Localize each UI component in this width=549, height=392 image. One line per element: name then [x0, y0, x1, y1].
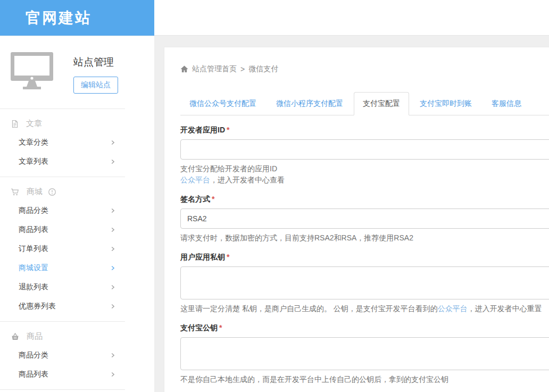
sidebar-item-label: 文章分类	[19, 138, 48, 147]
chevron-right-icon	[110, 139, 116, 146]
sidebar-item-label: 商城设置	[19, 263, 48, 273]
sidebar-item-label: 商品分类	[19, 206, 48, 215]
sidebar-item-refund-list[interactable]: 退款列表	[0, 278, 154, 297]
sidebar-item-article-list[interactable]: 文章列表	[0, 152, 154, 171]
tab-bar: 微信公众号支付配置微信小程序支付配置支付宝配置支付宝即时到账客服信息	[180, 92, 549, 115]
help-text: 支付宝分配给开发者的应用ID	[180, 164, 277, 173]
field-label-developer-app-id: 开发者应用ID*	[180, 126, 549, 135]
sidebar-item-goods-list[interactable]: 商品列表	[0, 365, 154, 384]
help-line: 公众平台，进入开发者中心查看	[180, 174, 549, 186]
sidebar-section-mall: 商城	[0, 182, 154, 201]
user-private-key-textarea[interactable]	[180, 266, 549, 299]
sidebar-item-label: 商品分类	[19, 351, 48, 360]
breadcrumb-current: 微信支付	[248, 64, 278, 74]
sidebar-section-goods: 商品	[0, 327, 154, 346]
chevron-right-icon	[110, 159, 116, 165]
sidebar-divider	[0, 177, 125, 177]
field-help-alipay-public-key: 不是你自己本地生成的，而是在开发平台中上传自己的公钥后，拿到的支付宝公钥	[180, 374, 549, 385]
tab-customer-service-info[interactable]: 客服信息	[483, 92, 530, 115]
field-label-sign-type: 签名方式*	[180, 195, 549, 204]
sidebar-item-product-list[interactable]: 商品列表	[0, 220, 154, 239]
sidebar-item-label: 退款列表	[19, 282, 48, 292]
help-text: ，进入开发者中心重置	[468, 304, 542, 313]
sidebar-item-label: 优惠券列表	[19, 302, 56, 311]
sidebar: 站点管理 编辑站点 文章文章分类文章列表商城商品分类商品列表订单列表商城设置退款…	[0, 36, 154, 392]
help-text: 不是你自己本地生成的，而是在开发平台中上传自己的公钥后，拿到的支付宝公钥	[180, 375, 448, 383]
home-icon	[180, 65, 188, 73]
sidebar-item-label: 商品列表	[19, 225, 48, 235]
required-mark: *	[227, 126, 229, 134]
field-help-user-private-key: 这里请一定分清楚 私钥，是商户自己生成的。 公钥，是支付宝开发平台看到的公众平台…	[180, 303, 549, 314]
chevron-right-icon	[110, 303, 116, 310]
monitor-icon	[10, 51, 54, 94]
help-line: 请求支付时，数据加密的方式，目前支持RSA2和RSA，推荐使用RSA2	[180, 232, 549, 244]
form-group-user-private-key: 用户应用私钥*这里请一定分清楚 私钥，是商户自己生成的。 公钥，是支付宝开发平台…	[180, 253, 549, 314]
sidebar-menu: 文章文章分类文章列表商城商品分类商品列表订单列表商城设置退款列表优惠券列表商品商…	[0, 109, 154, 392]
file-icon	[11, 120, 19, 128]
help-text: 这里请一定分清楚 私钥，是商户自己生成的。 公钥，是支付宝开发平台看到的	[180, 304, 438, 313]
field-help-sign-type: 请求支付时，数据加密的方式，目前支持RSA2和RSA，推荐使用RSA2	[180, 232, 549, 244]
help-link[interactable]: 公众平台	[438, 304, 468, 313]
required-mark: *	[219, 323, 222, 332]
breadcrumb-home-link[interactable]: 站点管理首页	[192, 64, 237, 74]
sign-type-input[interactable]	[180, 208, 549, 229]
sidebar-item-article-category[interactable]: 文章分类	[0, 133, 154, 152]
chevron-right-icon	[110, 284, 116, 290]
sidebar-item-order-list[interactable]: 订单列表	[0, 239, 154, 258]
chevron-right-icon	[110, 265, 116, 271]
sidebar-item-goods-category[interactable]: 商品分类	[0, 346, 154, 365]
tab-wechat-official-pay-config[interactable]: 微信公众号支付配置	[180, 92, 265, 115]
main-content-card: 站点管理首页 > 微信支付 微信公众号支付配置微信小程序支付配置支付宝配置支付宝…	[164, 47, 549, 392]
help-text: ，进入开发者中心查看	[210, 176, 285, 184]
breadcrumb: 站点管理首页 > 微信支付	[180, 64, 549, 74]
breadcrumb-separator: >	[240, 65, 245, 73]
required-mark: *	[212, 195, 214, 203]
sidebar-item-label: 商品列表	[19, 370, 48, 379]
basket-icon	[11, 332, 20, 341]
help-link[interactable]: 公众平台	[180, 176, 210, 184]
sidebar-section-label: 商品	[27, 331, 43, 341]
form-group-sign-type: 签名方式*请求支付时，数据加密的方式，目前支持RSA2和RSA，推荐使用RSA2	[180, 195, 549, 244]
sidebar-section-label: 文章	[26, 119, 42, 129]
form-group-developer-app-id: 开发者应用ID*支付宝分配给开发者的应用ID公众平台，进入开发者中心查看	[180, 126, 549, 186]
help-line: 支付宝分配给开发者的应用ID	[180, 163, 549, 174]
required-mark: *	[227, 253, 229, 261]
chevron-right-icon	[110, 246, 116, 252]
field-help-developer-app-id: 支付宝分配给开发者的应用ID公众平台，进入开发者中心查看	[180, 163, 549, 186]
edit-site-button[interactable]: 编辑站点	[73, 77, 118, 94]
sidebar-item-mall-settings[interactable]: 商城设置	[0, 258, 154, 278]
sidebar-section-label: 商城	[27, 187, 43, 197]
help-line: 不是你自己本地生成的，而是在开发平台中上传自己的公钥后，拿到的支付宝公钥	[180, 374, 549, 385]
tab-wechat-miniprogram-pay-config[interactable]: 微信小程序支付配置	[267, 92, 352, 115]
site-title: 站点管理	[73, 55, 118, 69]
tab-alipay-instant-settlement[interactable]: 支付宝即时到账	[411, 92, 481, 115]
sidebar-item-product-category[interactable]: 商品分类	[0, 201, 154, 220]
site-panel: 站点管理 编辑站点	[0, 36, 154, 103]
sidebar-item-label: 订单列表	[19, 244, 48, 254]
field-label-alipay-public-key: 支付宝公钥*	[180, 323, 549, 333]
chevron-right-icon	[110, 352, 116, 358]
payment-config-form: 开发者应用ID*支付宝分配给开发者的应用ID公众平台，进入开发者中心查看签名方式…	[180, 115, 549, 385]
sidebar-item-coupon-list[interactable]: 优惠券列表	[0, 297, 154, 316]
form-group-alipay-public-key: 支付宝公钥*不是你自己本地生成的，而是在开发平台中上传自己的公钥后，拿到的支付宝…	[180, 323, 549, 385]
alert-circle-icon	[48, 188, 56, 196]
help-text: 请求支付时，数据加密的方式，目前支持RSA2和RSA，推荐使用RSA2	[180, 233, 413, 242]
developer-app-id-input[interactable]	[180, 139, 549, 160]
help-line: 这里请一定分清楚 私钥，是商户自己生成的。 公钥，是支付宝开发平台看到的公众平台…	[180, 303, 549, 314]
chevron-right-icon	[110, 207, 116, 214]
alipay-public-key-textarea[interactable]	[180, 337, 549, 370]
chevron-right-icon	[110, 371, 116, 378]
sidebar-divider	[0, 389, 125, 390]
chevron-right-icon	[110, 227, 116, 233]
sidebar-item-label: 文章列表	[19, 157, 48, 166]
tab-alipay-config[interactable]: 支付宝配置	[354, 92, 409, 115]
cart-icon	[11, 188, 20, 196]
top-header: 官网建站	[0, 0, 549, 36]
sidebar-section-articles: 文章	[0, 114, 154, 133]
sidebar-divider	[0, 109, 125, 109]
field-label-user-private-key: 用户应用私钥*	[180, 253, 549, 262]
brand-logo: 官网建站	[0, 0, 154, 36]
sidebar-divider	[0, 321, 125, 322]
